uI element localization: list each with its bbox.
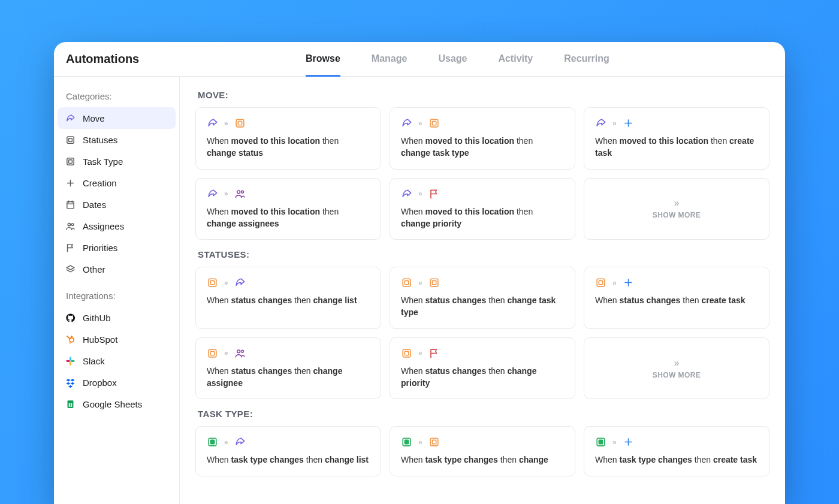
sidebar-item-dates[interactable]: Dates: [58, 194, 176, 215]
card-icon-row: »: [401, 117, 564, 129]
sidebar-item-label: Statuses: [83, 135, 117, 145]
chevron-icon: »: [612, 119, 617, 128]
chevron-icon: »: [418, 349, 422, 357]
sidebar-item-label: Move: [83, 113, 105, 123]
calendar-icon: [65, 199, 76, 210]
automations-window: Automations BrowseManageUsageActivityRec…: [54, 42, 785, 504]
sidebar-integrations-label: Integrations:: [58, 280, 176, 307]
svg-rect-20: [70, 361, 71, 365]
svg-rect-55: [432, 440, 436, 444]
sidebar-item-label: Dropbox: [83, 378, 117, 388]
sidebar-integration-hubspot[interactable]: HubSpot: [58, 328, 176, 350]
automation-grid: » When task type changes then change lis…: [195, 426, 769, 476]
show-more-button[interactable]: »SHOW MORE: [584, 178, 769, 240]
svg-rect-0: [67, 136, 73, 143]
topbar: Automations BrowseManageUsageActivityRec…: [54, 42, 785, 77]
status-square-green-icon: [595, 436, 606, 448]
main-content: MOVE: » When moved to this location then…: [180, 77, 785, 504]
automation-card[interactable]: » When moved to this location then chang…: [195, 178, 381, 240]
sidebar-item-label: Creation: [83, 178, 117, 188]
automation-card[interactable]: » When task type changes then create tas…: [584, 426, 769, 476]
stack-icon: [65, 264, 76, 274]
status-square-orange-icon: [428, 436, 440, 448]
tab-recurring[interactable]: Recurring: [564, 42, 609, 77]
svg-rect-38: [430, 279, 438, 286]
automation-description: When moved to this location then change …: [401, 135, 564, 159]
slack-icon: [65, 355, 76, 366]
arrow-share-icon: [234, 436, 246, 448]
automation-card[interactable]: » When status changes then change task t…: [390, 267, 575, 329]
svg-point-33: [241, 191, 243, 193]
arrow-share-icon: [207, 188, 218, 200]
automation-card[interactable]: » When moved to this location then creat…: [584, 107, 769, 170]
automation-grid: » When moved to this location then chang…: [195, 107, 769, 240]
section-header: MOVE:: [198, 90, 769, 100]
svg-rect-39: [432, 281, 436, 285]
people-icon: [65, 221, 76, 231]
automation-card[interactable]: » When status changes then change priori…: [390, 337, 575, 400]
svg-rect-57: [599, 440, 602, 444]
sidebar-item-label: Assignees: [83, 221, 124, 231]
show-more-label: SHOW MORE: [653, 211, 701, 219]
plus-blue-icon: [623, 277, 634, 288]
svg-rect-28: [430, 119, 438, 127]
sidebar-item-label: Other: [83, 264, 105, 274]
automation-card[interactable]: » When moved to this location then chang…: [195, 107, 381, 170]
automation-card[interactable]: » When status changes then change assign…: [195, 337, 381, 400]
automation-card[interactable]: » When moved to this location then chang…: [390, 178, 575, 240]
arrow-share-icon: [595, 117, 606, 129]
card-icon-row: »: [207, 436, 370, 448]
tab-browse[interactable]: Browse: [306, 42, 340, 77]
card-icon-row: »: [207, 188, 370, 200]
tab-manage[interactable]: Manage: [372, 42, 408, 77]
automation-card[interactable]: » When status changes then create task: [584, 267, 769, 329]
sidebar-integration-github[interactable]: GithUb: [58, 307, 176, 328]
sidebar-integration-slack[interactable]: Slack: [58, 350, 176, 372]
tab-usage[interactable]: Usage: [438, 42, 467, 77]
chevron-icon: »: [674, 358, 680, 369]
svg-point-10: [68, 223, 70, 225]
sidebar-item-assignees[interactable]: Assignees: [58, 215, 176, 237]
svg-rect-53: [405, 440, 408, 444]
show-more-button[interactable]: »SHOW MORE: [584, 337, 769, 400]
body: Categories: MoveStatusesTask TypeCreatio…: [54, 77, 785, 504]
flag-red-icon: [428, 348, 440, 359]
sidebar-item-statuses[interactable]: Statuses: [58, 129, 176, 150]
automation-card[interactable]: » When task type changes then change: [390, 426, 575, 476]
svg-rect-26: [236, 119, 244, 127]
automation-card[interactable]: » When task type changes then change lis…: [195, 426, 381, 476]
status-square-orange-icon: [401, 277, 412, 288]
sidebar-integration-google-sheets[interactable]: Google Sheets: [58, 393, 176, 415]
sidebar-item-task-type[interactable]: Task Type: [58, 150, 176, 172]
plus-icon: [65, 177, 76, 188]
status-square-green-icon: [401, 436, 412, 448]
chevron-icon: »: [418, 119, 422, 128]
card-icon-row: »: [401, 188, 564, 200]
hubspot-icon: [65, 334, 76, 345]
sidebar-item-creation[interactable]: Creation: [58, 172, 176, 194]
card-icon-row: »: [207, 277, 370, 288]
card-icon-row: »: [207, 117, 370, 129]
svg-rect-35: [210, 281, 214, 285]
sidebar-item-move[interactable]: Move: [58, 107, 176, 129]
svg-rect-48: [403, 349, 411, 357]
sidebar-item-label: Dates: [83, 200, 106, 210]
automation-card[interactable]: » When moved to this location then chang…: [390, 107, 575, 170]
sidebar: Categories: MoveStatusesTask TypeCreatio…: [54, 77, 180, 504]
chevron-icon: »: [674, 198, 680, 209]
svg-point-17: [69, 342, 70, 343]
arrow-share-icon: [401, 188, 412, 200]
arrow-share-icon: [401, 117, 412, 129]
status-square-orange-icon: [207, 277, 218, 288]
tab-activity[interactable]: Activity: [498, 42, 533, 77]
tab-bar: BrowseManageUsageActivityRecurring: [246, 42, 609, 76]
chevron-icon: »: [224, 349, 228, 357]
automation-card[interactable]: » When status changes then change list: [195, 267, 381, 329]
status-square-orange-icon: [207, 348, 218, 359]
sidebar-integration-dropbox[interactable]: Dropbox: [58, 372, 176, 393]
card-icon-row: »: [401, 277, 564, 288]
chevron-icon: »: [224, 189, 228, 198]
card-icon-row: »: [401, 436, 564, 448]
sidebar-item-priorities[interactable]: Priorities: [58, 237, 176, 258]
sidebar-item-other[interactable]: Other: [58, 258, 176, 280]
